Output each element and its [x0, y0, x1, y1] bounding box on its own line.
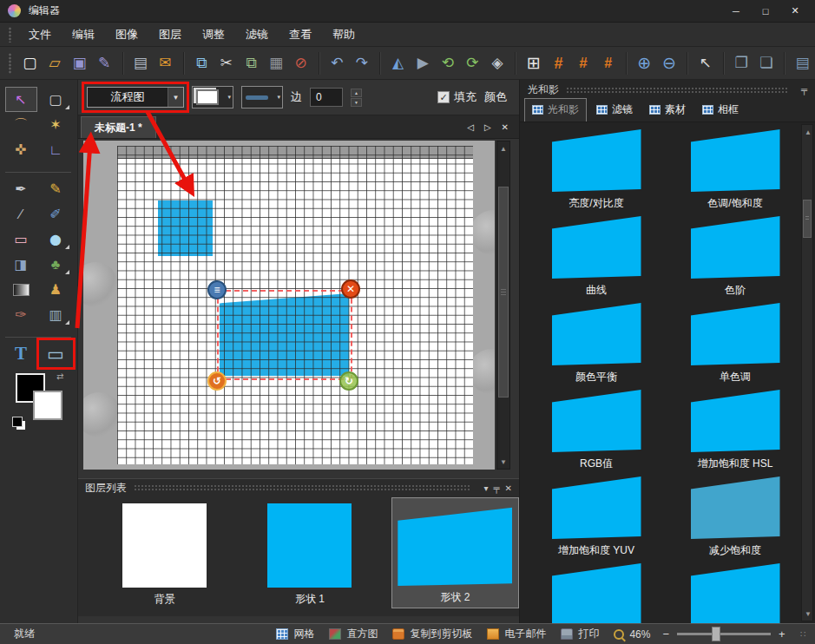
status-copy-clipboard[interactable]: 复制到剪切板 — [392, 627, 472, 641]
separator[interactable] — [723, 52, 724, 75]
effect-item[interactable]: 色调/饱和度 — [666, 129, 805, 216]
tab-light-shadow[interactable]: 光和影 — [524, 98, 587, 122]
undo-icon[interactable]: ↶ — [325, 50, 350, 76]
status-histogram[interactable]: 直方图 — [329, 627, 378, 641]
stepper-up-icon[interactable]: ▲ — [351, 89, 362, 97]
free-rotate-icon[interactable]: ◈ — [485, 50, 510, 76]
tab-filters[interactable]: 滤镜 — [589, 99, 640, 122]
print-icon[interactable]: ▤ — [128, 50, 154, 76]
ungroup-icon[interactable]: ❏ — [754, 50, 779, 76]
layer-item[interactable]: 形状 2 — [391, 497, 519, 608]
knife-tool[interactable]: ✒ — [5, 176, 37, 201]
separator[interactable] — [183, 52, 184, 75]
default-colors-icon[interactable] — [12, 417, 23, 427]
swap-colors-icon[interactable]: ⇄ — [56, 371, 63, 381]
effect-item[interactable]: 单色调 — [666, 303, 805, 390]
resize-handle[interactable]: ≡ — [207, 280, 227, 299]
layer-item[interactable]: 形状 1 — [246, 496, 373, 607]
background-color-swatch[interactable] — [33, 391, 62, 420]
snap-grid-wide-icon[interactable]: # — [595, 50, 621, 76]
snap-grid-medium-icon[interactable]: # — [571, 50, 596, 76]
effect-item[interactable]: RGB值 — [527, 390, 666, 476]
document-tab[interactable]: 未标题-1 * — [81, 116, 156, 138]
panel-drag-area[interactable] — [134, 484, 471, 491]
effect-item[interactable]: 增加饱和度 YUV — [527, 476, 666, 563]
pin-icon[interactable]: ╤ — [494, 483, 500, 493]
fill-tool[interactable]: ◨ — [5, 252, 37, 277]
separator[interactable] — [122, 52, 123, 75]
cut-icon[interactable]: ✂ — [214, 50, 239, 76]
rotate-right-handle[interactable]: ↻ — [339, 371, 358, 391]
polygon-select-tool[interactable]: ✜ — [5, 137, 37, 162]
save-as-icon[interactable]: ✎ — [92, 50, 117, 76]
select-transform-icon[interactable]: ↖ — [693, 50, 718, 76]
panel-vertical-scrollbar[interactable]: ▲ ▼ — [801, 124, 813, 621]
clear-clipboard-icon[interactable]: ⊘ — [288, 50, 313, 76]
effect-item[interactable] — [666, 563, 805, 623]
separator[interactable] — [319, 52, 319, 75]
brush-tool[interactable]: ✐ — [40, 201, 72, 227]
line-tool[interactable]: ∕ — [5, 201, 37, 227]
line-style-dropdown[interactable]: ▾ — [241, 86, 283, 108]
eraser-tool[interactable]: ▭ — [5, 227, 37, 252]
marquee-select-tool[interactable]: ▢ — [40, 87, 72, 112]
minimize-button[interactable]: ─ — [721, 3, 751, 20]
tab-frames[interactable]: 相框 — [695, 99, 746, 122]
zoom-slider-thumb[interactable] — [712, 627, 720, 641]
canvas-vertical-scrollbar[interactable]: ▲ ▼ — [496, 141, 510, 470]
tab-materials[interactable]: 素材 — [642, 99, 693, 122]
prev-doc-icon[interactable]: ◁ — [467, 122, 474, 132]
scroll-down-icon[interactable]: ▼ — [497, 456, 509, 468]
lasso-tool[interactable]: ⌒ — [5, 112, 37, 137]
gradient-tool[interactable] — [5, 277, 37, 302]
effect-item[interactable]: 减少饱和度 — [666, 476, 805, 563]
snap-grid-dense-icon[interactable]: # — [546, 50, 571, 76]
status-print[interactable]: 打印 — [561, 627, 599, 641]
retouch-tool[interactable]: ▥ — [40, 302, 72, 327]
zoom-in-button[interactable]: + — [779, 628, 785, 641]
new-file-icon[interactable]: ▢ — [17, 50, 43, 76]
scroll-down-icon[interactable]: ▼ — [802, 608, 814, 620]
clone-stamp-tool[interactable]: ♟ — [40, 277, 72, 302]
menu-edit[interactable]: 编辑 — [62, 23, 105, 46]
open-folder-icon[interactable]: ▱ — [43, 50, 68, 76]
separator[interactable] — [784, 52, 785, 75]
scroll-up-icon[interactable]: ▲ — [802, 126, 814, 138]
email-icon[interactable]: ✉ — [153, 50, 178, 76]
scrollbar-thumb[interactable] — [803, 200, 812, 238]
delete-handle[interactable]: ✕ — [341, 279, 360, 299]
menu-filter[interactable]: 滤镜 — [235, 23, 279, 46]
rotate-left-icon[interactable]: ⟲ — [436, 50, 461, 76]
zoom-slider-track[interactable] — [677, 633, 771, 635]
effect-item[interactable]: 颜色平衡 — [527, 303, 666, 390]
effect-item[interactable]: 亮度/对比度 — [527, 129, 666, 216]
maximize-button[interactable]: □ — [751, 3, 780, 20]
effect-brush-tool[interactable]: ♣ — [40, 252, 72, 277]
pencil-tool[interactable]: ✎ — [40, 176, 72, 201]
blur-drop-tool[interactable]: ⬤ — [40, 227, 72, 252]
close-icon[interactable]: ✕ — [505, 483, 512, 493]
separator[interactable] — [379, 52, 380, 75]
flip-vertical-icon[interactable]: ▶ — [411, 50, 436, 76]
menu-image[interactable]: 图像 — [105, 23, 148, 46]
next-doc-icon[interactable]: ▷ — [484, 122, 491, 132]
stepper-down-icon[interactable]: ▼ — [351, 98, 362, 107]
effect-item[interactable]: 增加饱和度 HSL — [666, 390, 805, 476]
align-icon[interactable]: ▤ — [790, 50, 815, 76]
canvas-page[interactable]: ≡✕↺↻ — [117, 146, 473, 464]
scrollbar-thumb[interactable] — [498, 187, 509, 398]
selection-rectangle[interactable] — [217, 290, 352, 380]
status-email[interactable]: 电子邮件 — [487, 627, 546, 641]
menu-file[interactable]: 文件 — [18, 23, 62, 46]
separator[interactable] — [626, 52, 627, 75]
flip-horizontal-icon[interactable]: ◭ — [385, 50, 411, 76]
shape-type-dropdown[interactable]: 流程图 ▼ — [87, 87, 184, 108]
group-icon[interactable]: ❐ — [729, 50, 754, 76]
collapse-icon[interactable]: ▾ — [483, 483, 488, 493]
copy-icon[interactable]: ⧉ — [189, 50, 214, 76]
resize-grip-icon[interactable]: ∷ — [800, 629, 806, 639]
fill-checkbox-group[interactable]: ✓ 填充 — [437, 89, 477, 105]
separator[interactable] — [515, 52, 516, 75]
paste-image-icon[interactable]: ▦ — [264, 50, 289, 76]
separator[interactable] — [687, 52, 687, 75]
